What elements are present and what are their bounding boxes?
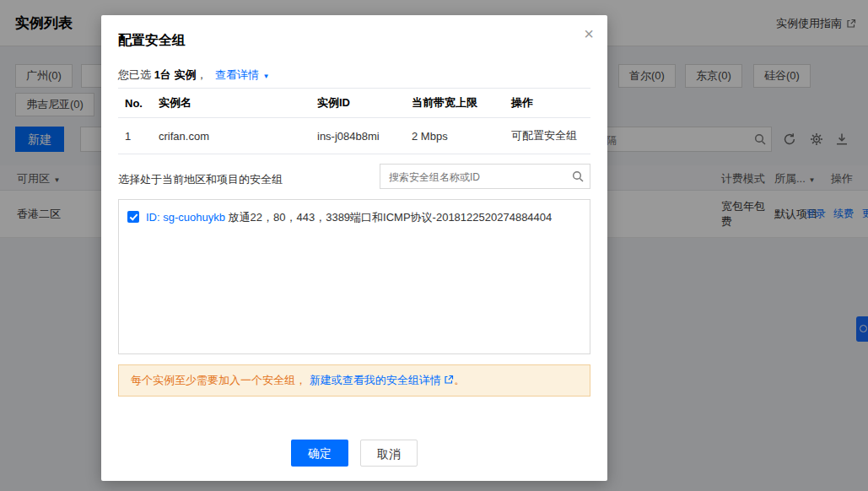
- checkbox-checked-icon[interactable]: [127, 211, 139, 223]
- cell-instance-name: crifan.com: [159, 118, 317, 154]
- cancel-button[interactable]: 取消: [360, 440, 418, 467]
- cell-no: 1: [118, 118, 159, 154]
- warning-text: 每个实例至少需要加入一个安全组，: [131, 374, 306, 386]
- modal-footer: 确定 取消: [101, 440, 607, 467]
- create-or-view-security-groups-link[interactable]: 新建或查看我的安全组详情: [310, 374, 441, 386]
- security-group-section-label: 选择处于当前地区和项目的安全组: [118, 172, 283, 187]
- confirm-button[interactable]: 确定: [291, 440, 348, 467]
- search-icon[interactable]: [572, 170, 584, 182]
- configure-security-group-modal: 配置安全组 × 您已选 1台 实例， 查看详情 ▼ No. 实例名 实例ID 当…: [101, 15, 607, 481]
- selection-prefix: 您已选: [118, 68, 151, 81]
- security-group-list: ID: sg-cuohuykb 放通22，80，443，3389端口和ICMP协…: [118, 199, 590, 354]
- close-icon[interactable]: ×: [584, 25, 594, 42]
- table-row: 1 crifan.com ins-j084b8mi 2 Mbps 可配置安全组: [118, 118, 590, 154]
- security-group-id: ID: sg-cuohuykb: [146, 211, 225, 224]
- security-group-desc: 放通22，80，443，3389端口和ICMP协议-20181225202748…: [229, 211, 553, 224]
- external-link-icon: [444, 375, 454, 385]
- header-no: No.: [118, 89, 159, 118]
- selection-count: 1台 实例: [154, 68, 197, 81]
- cell-bandwidth: 2 Mbps: [412, 118, 511, 154]
- selected-instances-table: No. 实例名 实例ID 当前带宽上限 操作 1 crifan.com ins-…: [118, 88, 590, 154]
- cell-action: 可配置安全组: [511, 118, 590, 154]
- security-group-list-item[interactable]: ID: sg-cuohuykb 放通22，80，443，3389端口和ICMP协…: [119, 200, 590, 235]
- chevron-down-icon: ▼: [262, 73, 269, 80]
- modal-title: 配置安全组: [118, 32, 186, 50]
- view-details-link[interactable]: 查看详情 ▼: [215, 68, 270, 81]
- table-header-row: No. 实例名 实例ID 当前带宽上限 操作: [118, 89, 590, 118]
- security-group-search-box: [380, 164, 590, 189]
- selection-summary: 您已选 1台 实例， 查看详情 ▼: [118, 67, 270, 83]
- security-group-item-label: ID: sg-cuohuykb 放通22，80，443，3389端口和ICMP协…: [146, 210, 552, 225]
- cell-instance-id-link[interactable]: ins-j084b8mi: [317, 118, 412, 154]
- header-instance-id: 实例ID: [317, 89, 412, 118]
- warning-banner: 每个实例至少需要加入一个安全组， 新建或查看我的安全组详情 。: [118, 364, 590, 397]
- warning-suffix: 。: [454, 374, 465, 386]
- header-instance-name: 实例名: [159, 89, 317, 118]
- header-action: 操作: [511, 89, 590, 118]
- header-bandwidth: 当前带宽上限: [412, 89, 511, 118]
- screen: 实例列表 实例使用指南 广州(0) 首尔(0) 东京(0) 硅谷(0) 弗吉尼亚…: [0, 0, 868, 491]
- security-group-search-input[interactable]: [387, 165, 568, 189]
